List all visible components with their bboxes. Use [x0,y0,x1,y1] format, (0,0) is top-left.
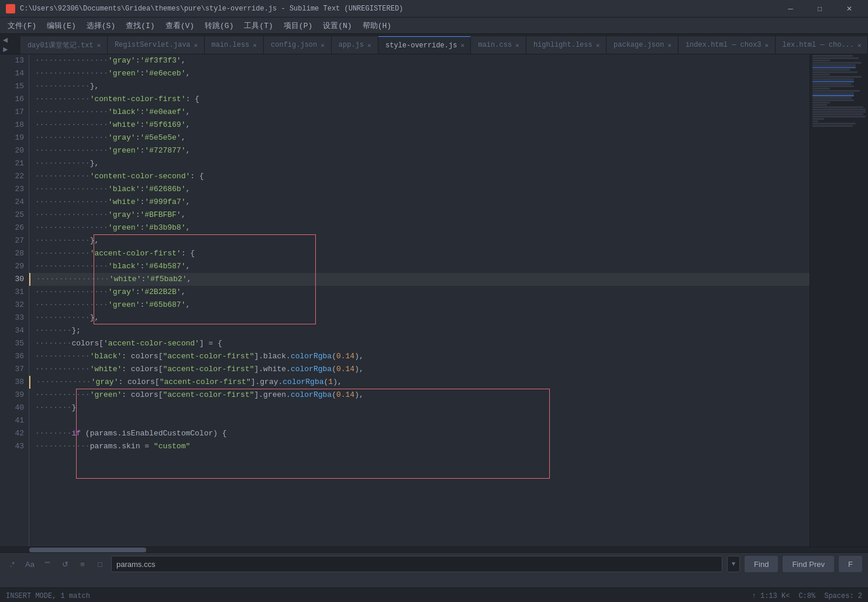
code-line-28: ············'accent-color-first': { [29,247,810,260]
menu-select[interactable]: 选择(S) [82,19,120,33]
menu-tools[interactable]: 工具(T) [239,19,277,33]
tab-styleoverride[interactable]: style-override.js ✕ [378,36,471,54]
line-num-36: 36 [5,350,24,363]
tab-indexhtml[interactable]: index.html — chox3 ✕ [678,36,776,54]
tab-label: main.css [478,41,512,49]
line-num-23: 23 [5,183,24,196]
line-num-30: 30 [5,273,24,286]
code-line-21: ············}, [29,157,810,170]
menu-settings[interactable]: 设置(N) [318,19,356,33]
find-prev-button[interactable]: Find Prev [783,556,834,572]
menu-goto[interactable]: 转跳(G) [200,19,238,33]
code-line-43: ············params.skin = "custom" [29,440,810,453]
tab-label: highlight.less [533,41,593,49]
find-bar: .* Aa "" ↺ ≡ □ ▼ Find Find Prev F [0,552,868,587]
code-line-25: ················'gray':'#BFBFBF', [29,209,810,222]
line-num-35: 35 [5,337,24,350]
close-icon[interactable]: ✕ [321,41,325,49]
menu-find[interactable]: 查找(I) [121,19,159,33]
tab-appjs[interactable]: app.js ✕ [332,36,378,54]
cursor-position: ↑ 1:13 K< [752,592,790,600]
line-num-15: 15 [5,80,24,93]
menu-file[interactable]: 文件(F) [3,19,41,33]
title-bar: C:\Users\92306\Documents\Gridea\themes\p… [0,0,868,18]
regex-toggle-button[interactable]: .* [6,558,19,570]
close-icon[interactable]: ✕ [194,41,198,49]
code-line-15: ············}, [29,80,810,93]
minimap[interactable] [810,54,868,546]
maximize-button[interactable]: □ [807,3,833,15]
status-left: INSERT MODE, 1 match [6,592,90,600]
line-num-16: 16 [5,93,24,106]
menu-edit[interactable]: 编辑(E) [42,19,80,33]
find-button[interactable]: Find [745,556,778,572]
wrap-toggle-button[interactable]: ↺ [58,558,71,570]
tab-lexhtml[interactable]: lex.html — cho... ✕ [776,36,868,54]
line-num-13: 13 [5,54,24,67]
line-num-37: 37 [5,363,24,376]
line-num-42: 42 [5,427,24,440]
tab-day01[interactable]: day01课堂笔记.txt ✕ [20,36,108,54]
code-line-40: ········} [29,402,810,414]
case-toggle-button[interactable]: Aa [23,558,36,570]
close-icon[interactable]: ✕ [253,41,257,49]
tab-label: lex.html — cho... [783,41,854,49]
line-num-21: 21 [5,157,24,170]
menu-project[interactable]: 项目(P) [279,19,317,33]
line-num-25: 25 [5,209,24,222]
tab-mainless[interactable]: main.less ✕ [205,36,264,54]
find-next-button[interactable]: F [839,556,862,572]
spaces-indicator: Spaces: 2 [824,592,862,600]
close-icon[interactable]: ✕ [460,41,464,49]
menu-view[interactable]: 查看(V) [161,19,199,33]
line-num-26: 26 [5,222,24,234]
code-line-42: ········if (params.isEnabledCustomColor)… [29,427,810,440]
code-line-39: ············'green': colors["accent-colo… [29,389,810,402]
tab-label: index.html — chox3 [686,41,762,49]
horizontal-scrollbar[interactable] [0,546,868,552]
tab-registservlet[interactable]: RegistServlet.java ✕ [108,36,205,54]
line-num-18: 18 [5,119,24,132]
line-num-34: 34 [5,324,24,337]
line-num-41: 41 [5,414,24,427]
in-selection-button[interactable]: ≡ [76,558,89,570]
code-line-35: ········colors['accent-color-second'] = … [29,337,810,350]
wrap-icon: ↺ [62,560,68,569]
code-line-23: ················'black':'#62686b', [29,183,810,196]
encoding-indicator: C:8% [798,592,815,600]
line-numbers: 13 14 15 16 17 18 19 20 21 22 23 24 25 2… [0,54,29,546]
close-icon[interactable]: ✕ [596,41,600,49]
whole-word-button[interactable]: □ [94,558,106,570]
scrollbar-thumb[interactable] [29,548,146,552]
find-dropdown[interactable]: ▼ [727,556,740,572]
line-num-24: 24 [5,196,24,209]
code-line-31: ················'gray':'#2B2B2B', [29,286,810,299]
status-right: ↑ 1:13 K< C:8% Spaces: 2 [752,592,862,600]
title-bar-controls[interactable]: ─ □ ✕ [777,3,862,15]
tab-highlight[interactable]: highlight.less ✕ [526,36,607,54]
code-line-20: ················'green':'#727877', [29,144,810,157]
tab-nav-arrows[interactable]: ◄ ► [0,36,20,54]
close-icon[interactable]: ✕ [97,41,101,49]
tab-packagejson[interactable]: package.json ✕ [607,36,678,54]
close-icon[interactable]: ✕ [765,41,769,49]
word-toggle-button[interactable]: "" [41,558,54,570]
close-icon[interactable]: ✕ [857,41,862,49]
close-button[interactable]: ✕ [836,3,862,15]
code-line-36: ············'black': colors["accent-colo… [29,350,810,363]
code-line-22: ············'content-color-second': { [29,170,810,183]
menu-help[interactable]: 帮助(H) [358,19,396,33]
find-input[interactable] [111,556,722,572]
line-num-22: 22 [5,170,24,183]
tab-configjson[interactable]: config.json ✕ [264,36,332,54]
tab-bar: ◄ ► day01课堂笔记.txt ✕ RegistServlet.java ✕… [0,34,868,54]
tab-maincss[interactable]: main.css ✕ [471,36,526,54]
close-icon[interactable]: ✕ [515,41,519,49]
minimize-button[interactable]: ─ [777,3,804,15]
line-num-39: 39 [5,389,24,402]
code-line-37: ············'white': colors["accent-colo… [29,363,810,376]
close-icon[interactable]: ✕ [367,41,371,49]
close-icon[interactable]: ✕ [667,41,671,49]
word-icon: "" [44,560,50,569]
code-area[interactable]: ················'gray':'#f3f3f3', ······… [29,54,810,546]
